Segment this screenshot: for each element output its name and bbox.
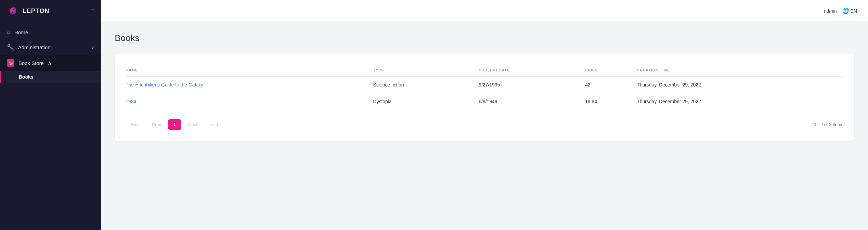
- sidebar-item-bookstore[interactable]: 📚 Book Store ∧: [0, 55, 101, 71]
- wrench-icon: 🔧: [7, 44, 14, 51]
- row-creation-time: Thursday, December 29, 2022: [637, 77, 843, 93]
- sidebar-nav: ⌂ Home 🔧 Administration ∨ 📚 Book Store ∧…: [0, 22, 101, 230]
- row-type: Dystopia: [373, 93, 479, 110]
- topbar: admin 🌐 EN: [101, 0, 868, 22]
- sidebar-item-books[interactable]: Books: [0, 71, 101, 83]
- table-body: The Hitchhiker's Guide to the GalaxyScie…: [126, 77, 843, 110]
- language-label: EN: [851, 8, 857, 14]
- books-table: NAME TYPE PUBLISH DATE PRICE CREATION TI…: [126, 65, 843, 110]
- sidebar-header: LEPTON ≡: [0, 0, 101, 22]
- chevron-up-icon: ∧: [48, 60, 52, 66]
- sidebar-item-home[interactable]: ⌂ Home: [0, 25, 101, 40]
- logo-area: LEPTON: [7, 5, 50, 17]
- home-icon: ⌂: [7, 29, 10, 36]
- sidebar: LEPTON ≡ ⌂ Home 🔧 Administration ∨ 📚 Boo…: [0, 0, 101, 230]
- books-card: NAME TYPE PUBLISH DATE PRICE CREATION TI…: [115, 54, 854, 141]
- table-row: 1984Dystopia6/8/194919.84Thursday, Decem…: [126, 93, 843, 110]
- svg-point-1: [12, 10, 14, 12]
- col-publish-date: PUBLISH DATE: [479, 65, 585, 77]
- col-creation-time: CREATION TIME: [637, 65, 843, 77]
- sidebar-item-bookstore-label: Book Store: [18, 60, 44, 66]
- next-page-button[interactable]: Next: [183, 119, 203, 130]
- pagination-area: First Prev 1 Next Last 1 - 2 of 2 items: [126, 119, 843, 130]
- app-name: LEPTON: [23, 8, 50, 15]
- col-type: TYPE: [373, 65, 479, 77]
- first-page-button[interactable]: First: [126, 119, 145, 130]
- col-name: NAME: [126, 65, 373, 77]
- table-header: NAME TYPE PUBLISH DATE PRICE CREATION TI…: [126, 65, 843, 77]
- row-type: Science fiction: [373, 77, 479, 93]
- sidebar-item-administration-label: Administration: [18, 44, 87, 50]
- book-icon: 📚: [7, 59, 14, 67]
- topbar-user: admin: [824, 8, 837, 14]
- sidebar-item-home-label: Home: [14, 29, 94, 35]
- row-name[interactable]: 1984: [126, 93, 373, 110]
- logo-icon: [7, 5, 19, 17]
- last-page-button[interactable]: Last: [204, 119, 224, 130]
- row-creation-time: Thursday, December 29, 2022: [637, 93, 843, 110]
- sidebar-item-administration[interactable]: 🔧 Administration ∨: [0, 40, 101, 55]
- pagination-info: 1 - 2 of 2 items: [814, 122, 843, 127]
- prev-page-button[interactable]: Prev: [146, 119, 167, 130]
- sidebar-books-label: Books: [19, 74, 33, 80]
- chevron-down-icon: ∨: [91, 45, 94, 50]
- row-publish-date: 6/8/1949: [479, 93, 585, 110]
- content-area: Books NAME TYPE PUBLISH DATE PRICE CREAT…: [101, 22, 868, 230]
- main-area: admin 🌐 EN Books NAME TYPE PUBLISH DATE …: [101, 0, 868, 230]
- language-selector[interactable]: 🌐 EN: [842, 8, 857, 14]
- table-row: The Hitchhiker's Guide to the GalaxyScie…: [126, 77, 843, 93]
- row-publish-date: 9/27/1995: [479, 77, 585, 93]
- hamburger-icon[interactable]: ≡: [90, 8, 94, 15]
- page-1-button[interactable]: 1: [168, 119, 181, 130]
- row-name[interactable]: The Hitchhiker's Guide to the Galaxy: [126, 77, 373, 93]
- globe-icon: 🌐: [842, 8, 849, 14]
- row-price: 19.84: [585, 93, 637, 110]
- page-title: Books: [115, 33, 854, 43]
- row-price: 42: [585, 77, 637, 93]
- col-price: PRICE: [585, 65, 637, 77]
- pagination-controls: First Prev 1 Next Last: [126, 119, 224, 130]
